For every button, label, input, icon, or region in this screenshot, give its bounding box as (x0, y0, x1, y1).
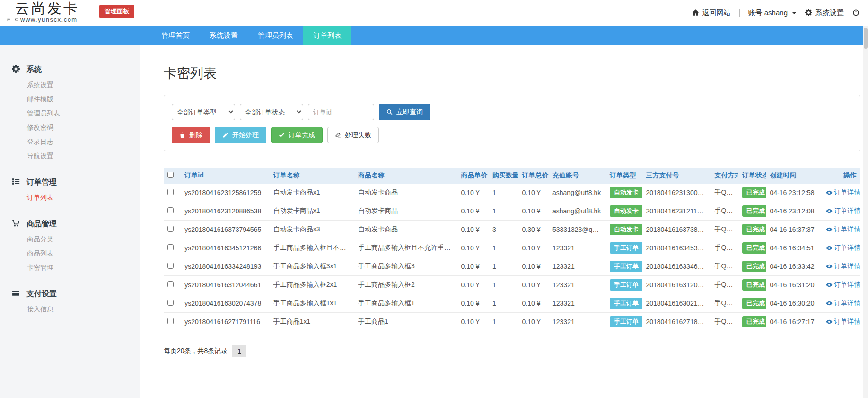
cell-pay_no: 2018041616302182926 (642, 294, 710, 313)
search-button[interactable]: 立即查询 (379, 104, 430, 120)
back-to-site-link[interactable]: 返回网站 (692, 9, 731, 18)
logout-button[interactable] (852, 9, 859, 17)
cell-order_status: 已完成 (738, 184, 766, 202)
account-menu[interactable]: 账号 ashang (748, 9, 797, 18)
cell-unit_price: 0.10 ¥ (457, 294, 489, 313)
row-checkbox[interactable] (167, 300, 174, 306)
nav-tab-active[interactable]: 订单列表 (303, 26, 351, 45)
row-checkbox[interactable] (167, 244, 174, 250)
cell-order_name: 自动发卡商品x3 (270, 221, 354, 239)
order-detail-link[interactable]: 订单详情 (826, 225, 860, 234)
cell-total_price: 0.10 ¥ (518, 276, 549, 294)
nav-tab-item[interactable]: 管理首页 (151, 26, 200, 45)
row-checkbox[interactable] (167, 189, 174, 195)
settings-link[interactable]: 系统设置 (805, 9, 844, 18)
eye-icon (826, 281, 833, 289)
sidebar-item[interactable]: 系统设置 (0, 78, 140, 92)
cell-quantity: 1 (489, 202, 518, 221)
column-header-total_price: 订单总价 (518, 168, 549, 184)
cell-recharge_account: 123321 (549, 313, 606, 331)
row-checkbox[interactable] (167, 207, 174, 213)
row-checkbox[interactable] (167, 318, 174, 324)
eye-icon (826, 189, 833, 196)
select-all-checkbox[interactable] (167, 172, 174, 178)
cell-pay_no: 2018041616345379810 (642, 239, 710, 257)
cell-product_name: 手工商品多输入框2 (354, 276, 457, 294)
cell-unit_price: 0.10 ¥ (457, 239, 489, 257)
nav-tab-item[interactable]: 系统设置 (200, 26, 248, 45)
order-detail-link[interactable]: 订单详情 (826, 188, 860, 197)
sidebar-item[interactable]: 登录日志 (0, 134, 140, 149)
order-detail-link[interactable]: 订单详情 (826, 262, 860, 271)
cell-total_price: 0.10 ¥ (518, 294, 549, 313)
cell-quantity: 1 (489, 276, 518, 294)
order-complete-button[interactable]: 订单完成 (271, 127, 323, 143)
cell-checkbox (164, 294, 181, 313)
sidebar-item[interactable]: 商品列表 (0, 246, 140, 260)
cell-product_name: 手工商品多输入框3 (354, 257, 457, 276)
sidebar-item[interactable]: 管理员列表 (0, 106, 140, 120)
order-id-input[interactable] (308, 104, 374, 120)
order-status-badge: 已完成 (742, 187, 766, 198)
cell-action: 订单详情 (822, 184, 860, 202)
sidebar-item[interactable]: 修改密码 (0, 120, 140, 134)
table-row: ys2018041623125861259自动发卡商品x1自动发卡商品0.10 … (164, 184, 860, 202)
nav-tab-item[interactable]: 管理员列表 (248, 26, 303, 45)
order-type-select[interactable]: 全部订单类型 (172, 104, 235, 120)
cell-order_name: 手工商品多输入框2x1 (270, 276, 354, 294)
row-checkbox[interactable] (167, 263, 174, 269)
order-detail-link[interactable]: 订单详情 (826, 318, 860, 326)
sidebar-item[interactable]: 订单列表 (0, 190, 140, 204)
scrollbar[interactable] (863, 26, 868, 398)
process-failed-button[interactable]: 处理失败 (327, 127, 379, 143)
order-detail-link[interactable]: 订单详情 (826, 207, 860, 215)
sidebar-section: 订单管理订单列表 (0, 174, 140, 204)
cell-unit_price: 0.10 ¥ (457, 202, 489, 221)
row-checkbox[interactable] (167, 226, 174, 232)
cell-action: 订单详情 (822, 239, 860, 257)
sidebar-section-title: 商品管理 (0, 216, 140, 232)
cell-order_name: 自动发卡商品x1 (270, 202, 354, 221)
sidebar-item[interactable]: 接入信息 (0, 302, 140, 316)
cell-order_status: 已完成 (738, 257, 766, 276)
cell-order_type: 自动发卡 (606, 184, 642, 202)
cell-pay_method: 手Q扫码 (711, 202, 738, 221)
cell-order_id: ys2018041616312044661 (181, 276, 269, 294)
sidebar-item[interactable]: 邮件模版 (0, 92, 140, 106)
sidebar-item[interactable]: 商品分类 (0, 232, 140, 246)
scrollbar-thumb[interactable] (864, 28, 868, 49)
cell-order_name: 手工商品多输入框且不允许重复下单x1 (270, 239, 354, 257)
cell-order_name: 手工商品1x1 (270, 313, 354, 331)
sidebar-item[interactable]: 导航设置 (0, 149, 140, 163)
cell-order_type: 自动发卡 (606, 221, 642, 239)
delete-button[interactable]: 删除 (172, 127, 210, 143)
column-header-pay_method: 支付方式 (711, 168, 738, 184)
sidebar-item[interactable]: 卡密管理 (0, 260, 140, 274)
brand-logo[interactable]: YUNSCX 云尚发卡 www.yunscx.com (6, 1, 79, 24)
cell-total_price: 0.10 ¥ (518, 239, 549, 257)
cell-checkbox (164, 184, 181, 202)
cell-recharge_account: 123321 (549, 239, 606, 257)
order-detail-link[interactable]: 订单详情 (826, 281, 860, 289)
cell-total_price: 0.10 ¥ (518, 257, 549, 276)
sidebar-section: 系统系统设置邮件模版管理员列表修改密码登录日志导航设置 (0, 62, 140, 163)
cell-order_id: ys2018041616302074378 (181, 294, 269, 313)
page-number-button[interactable]: 1 (232, 345, 246, 357)
column-header-created_at: 创建时间 (766, 168, 822, 184)
table-row: ys2018041616345121266手工商品多输入框且不允许重复下单x1手… (164, 239, 860, 257)
cell-order_status: 已完成 (738, 202, 766, 221)
start-process-button[interactable]: 开始处理 (215, 127, 266, 143)
cell-recharge_account: 123321 (549, 276, 606, 294)
eraser-icon (335, 132, 341, 139)
main-content: 卡密列表 全部订单类型 全部订单状态 立即查询 删除开始处理订单完成处理失败 订… (140, 45, 868, 398)
column-header-order_status: 订单状态 (738, 168, 766, 184)
home-icon (692, 9, 699, 17)
order-detail-link[interactable]: 订单详情 (826, 244, 860, 252)
order-detail-link[interactable]: 订单详情 (826, 299, 860, 308)
row-checkbox[interactable] (167, 281, 174, 287)
cell-total_price: 0.30 ¥ (518, 221, 549, 239)
column-header-order_id: 订单id (181, 168, 269, 184)
cell-checkbox (164, 276, 181, 294)
order-status-select[interactable]: 全部订单状态 (240, 104, 303, 120)
cell-pay_method: 手Q扫码 (711, 239, 738, 257)
